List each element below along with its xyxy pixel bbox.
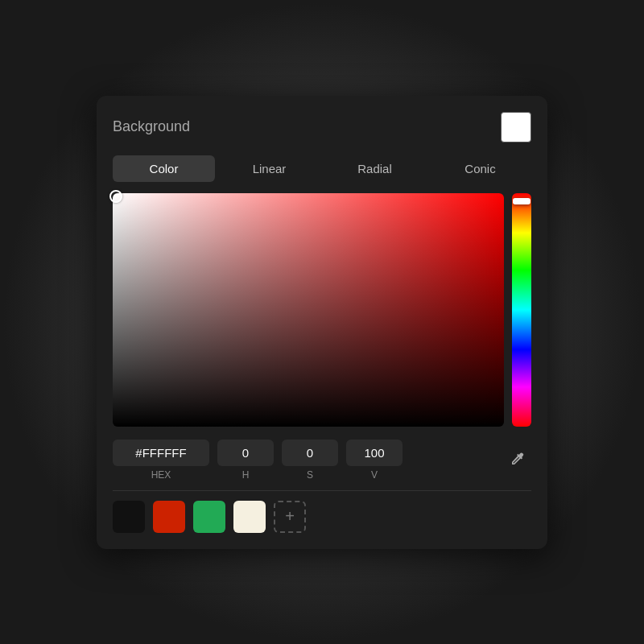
- tabs-row: Color Linear Radial Conic: [113, 155, 531, 182]
- tab-radial[interactable]: Radial: [324, 155, 426, 182]
- v-input-group: V: [346, 440, 402, 481]
- swatch-cream[interactable]: [233, 501, 266, 533]
- color-panel: Background Color Linear Radial Conic HEX…: [97, 96, 547, 549]
- inputs-row: HEX H S V: [113, 440, 531, 481]
- hex-label: HEX: [151, 469, 171, 481]
- tab-conic[interactable]: Conic: [429, 155, 531, 182]
- color-picker-area: [113, 193, 531, 427]
- divider: [113, 490, 531, 491]
- saturation-brightness-handle[interactable]: [109, 190, 122, 203]
- eyedropper-icon: [509, 452, 525, 468]
- hue-slider[interactable]: [512, 193, 531, 427]
- hex-input-group: HEX: [113, 440, 209, 481]
- eyedropper-button[interactable]: [502, 448, 531, 471]
- h-input[interactable]: [217, 440, 274, 466]
- hue-handle[interactable]: [513, 198, 530, 204]
- panel-title: Background: [113, 118, 190, 135]
- h-input-group: H: [217, 440, 274, 481]
- add-swatch-button[interactable]: +: [274, 501, 306, 533]
- panel-header: Background: [113, 112, 531, 142]
- color-preview-box[interactable]: [501, 112, 531, 142]
- swatches-row: +: [113, 501, 531, 533]
- tab-color[interactable]: Color: [113, 155, 215, 182]
- tab-linear[interactable]: Linear: [218, 155, 320, 182]
- s-input-group: S: [282, 440, 338, 481]
- h-label: H: [242, 469, 250, 481]
- saturation-brightness-canvas[interactable]: [113, 193, 504, 427]
- hex-input[interactable]: [113, 440, 209, 466]
- v-label: V: [371, 469, 378, 481]
- swatch-green[interactable]: [193, 501, 225, 533]
- swatch-black[interactable]: [113, 501, 145, 533]
- s-input[interactable]: [282, 440, 338, 466]
- v-input[interactable]: [346, 440, 402, 466]
- swatch-red[interactable]: [153, 501, 185, 533]
- s-label: S: [307, 469, 313, 481]
